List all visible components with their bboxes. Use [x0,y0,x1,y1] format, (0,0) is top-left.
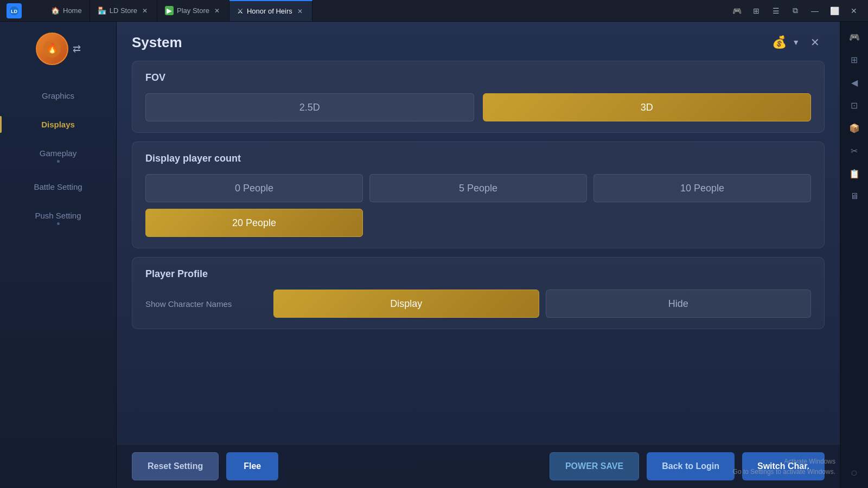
sidebar-label-push: Push Setting [35,211,81,220]
sidebar-item-graphics[interactable]: Graphics [0,81,116,110]
right-icon-back[interactable]: ◀ [844,73,865,92]
sidebar: 🔥 ⇄ Graphics Displays Gameplay Battle Se… [0,22,117,488]
tab-playstore-label: Play Store [177,7,209,15]
dropdown-arrow-icon[interactable]: ▼ [792,38,800,47]
player-profile-section: Player Profile Show Character Names Disp… [132,257,825,329]
player-count-section: Display player count 0 People 5 People 1… [132,142,825,248]
system-close-button[interactable]: ✕ [805,33,825,52]
fov-option-2.5d[interactable]: 2.5D [145,93,474,121]
right-icon-scissors[interactable]: ✂ [844,141,865,160]
fov-section: FOV 2.5D 3D [132,61,825,133]
app-logo: LD [0,3,43,18]
gameplay-dot [57,160,60,163]
sidebar-item-battle[interactable]: Battle Setting [0,172,116,201]
titlebar: LD 🏠 Home 🏪 LD Store ✕ ▶ Play Store ✕ ⚔ … [0,0,868,22]
fov-title: FOV [145,72,811,84]
sidebar-item-gameplay[interactable]: Gameplay [0,139,116,172]
tab-playstore-close[interactable]: ✕ [213,7,221,15]
flee-button[interactable]: Flee [226,452,278,480]
tab-ldstore-label: LD Store [110,7,137,15]
bottom-bar: Reset Setting Flee POWER SAVE Back to Lo… [117,444,840,488]
money-bag-icon[interactable]: 💰 [772,35,787,49]
svg-text:🔥: 🔥 [46,42,59,54]
player-count-5[interactable]: 5 People [369,174,587,202]
logo-icon: LD [7,3,22,18]
player-count-0[interactable]: 0 People [145,174,363,202]
player-profile-title: Player Profile [145,268,811,280]
player-count-row1: 0 People 5 People 10 People [145,174,811,202]
sidebar-item-displays[interactable]: Displays [0,110,116,139]
right-panel: 🎮 ⊞ ◀ ⊡ 📦 ✂ 📋 🖥 ○ [840,22,868,488]
tab-honor-label: Honor of Heirs [247,7,292,15]
tab-ldstore[interactable]: 🏪 LD Store ✕ [90,0,157,21]
pip-btn[interactable]: ⧉ [787,3,804,18]
honor-icon: ⚔ [237,7,244,15]
gamepad-btn[interactable]: 🎮 [728,3,745,18]
show-character-names-label: Show Character Names [145,299,265,309]
right-icon-package[interactable]: 📦 [844,118,865,138]
fov-option-3d[interactable]: 3D [483,93,812,121]
tab-honor-close[interactable]: ✕ [296,7,304,16]
profile-hide-btn[interactable]: Hide [546,290,812,318]
push-dot [57,222,60,225]
sidebar-label-gameplay: Gameplay [40,149,76,158]
tab-home[interactable]: 🏠 Home [43,0,90,21]
avatar-arrows-icon[interactable]: ⇄ [73,43,81,55]
sections-scroll: FOV 2.5D 3D Display player count 0 Peopl… [117,61,840,444]
menu-btn[interactable]: ☰ [767,3,784,18]
switch-char-button[interactable]: Switch Char. [742,452,825,480]
power-save-button[interactable]: POWER SAVE [550,452,639,480]
right-icon-monitor[interactable]: 🖥 [844,187,865,206]
maximize-btn[interactable]: ⬜ [826,3,843,18]
home-icon: 🏠 [51,7,60,15]
window-close-btn[interactable]: ✕ [845,3,863,18]
tabs-container: 🏠 Home 🏪 LD Store ✕ ▶ Play Store ✕ ⚔ Hon… [43,0,723,21]
ldstore-icon: 🏪 [98,7,106,15]
right-icon-gamepad[interactable]: 🎮 [844,27,865,47]
svg-text:LD: LD [11,9,17,14]
system-header: System 💰 ▼ ✕ [117,22,840,61]
player-count-10[interactable]: 10 People [593,174,811,202]
right-icon-clipboard[interactable]: 📋 [844,164,865,183]
player-count-row2: 20 People [145,209,811,237]
window-controls: 🎮 ⊞ ☰ ⧉ — ⬜ ✕ [723,3,868,18]
fov-options: 2.5D 3D [145,93,811,121]
tab-honor[interactable]: ⚔ Honor of Heirs ✕ [229,0,312,21]
sidebar-item-push[interactable]: Push Setting [0,201,116,235]
player-count-title: Display player count [145,153,811,164]
tab-home-label: Home [63,7,82,15]
back-to-login-button[interactable]: Back to Login [647,452,735,480]
minimize-btn[interactable]: — [806,3,824,18]
profile-display-btn[interactable]: Display [273,290,539,318]
playstore-icon: ▶ [165,6,174,15]
right-icon-grid[interactable]: ⊞ [844,50,865,69]
right-icon-circle[interactable]: ○ [844,463,865,483]
character-name-options: Display Hide [273,290,811,318]
system-title: System [132,34,182,51]
sidebar-label-battle: Battle Setting [34,182,82,191]
grid-btn[interactable]: ⊞ [748,3,765,18]
reset-setting-button[interactable]: Reset Setting [132,452,219,480]
character-names-row: Show Character Names Display Hide [145,290,811,318]
right-icon-display[interactable]: ⊡ [844,95,865,115]
tab-playstore[interactable]: ▶ Play Store ✕ [157,0,229,21]
tab-ldstore-close[interactable]: ✕ [141,7,149,15]
avatar: 🔥 [36,33,68,65]
sidebar-label-displays: Displays [41,120,75,129]
avatar-area: 🔥 ⇄ [36,33,81,65]
header-right: 💰 ▼ ✕ [772,33,825,52]
content-area: System 💰 ▼ ✕ FOV 2.5D 3D [117,22,840,488]
main-layout: 🔥 ⇄ Graphics Displays Gameplay Battle Se… [0,22,868,488]
player-count-20[interactable]: 20 People [145,209,363,237]
sidebar-label-graphics: Graphics [42,91,74,100]
